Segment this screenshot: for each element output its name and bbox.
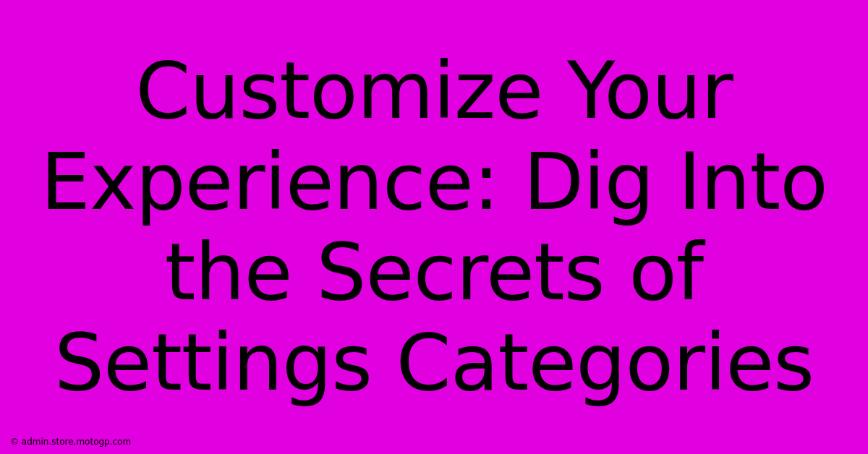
headline-text: Customize Your Experience: Dig Into the … [0, 0, 868, 454]
footer-attribution: © admin.store.motogp.com [10, 437, 131, 447]
